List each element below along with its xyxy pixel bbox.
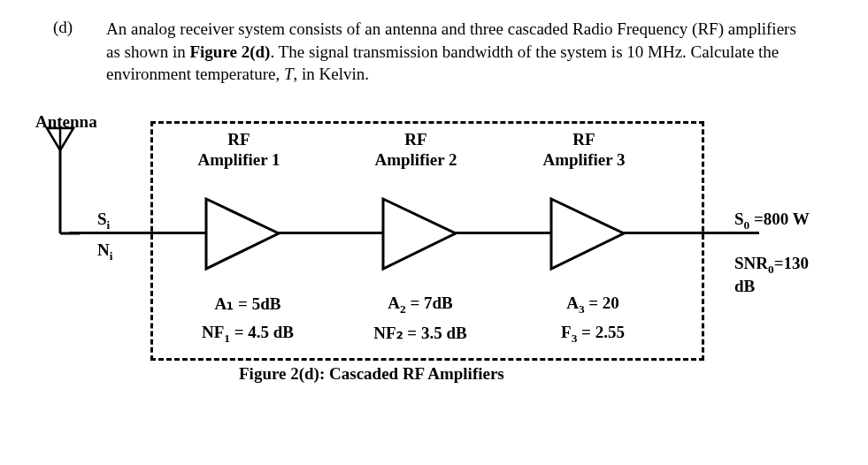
a2-sub: 2 [400, 302, 406, 316]
amp3-title-group: RF Amplifier 3 [513, 130, 655, 171]
svg-marker-4 [206, 199, 279, 269]
figure-caption: Figure 2(d): Cascaded RF Amplifiers [239, 364, 504, 384]
q-text-end: , in Kelvin. [294, 65, 370, 83]
question-text: An analog receiver system consists of an… [106, 18, 833, 86]
snr-sub: 0 [768, 263, 774, 276]
param-a1: A₁ = 5dB [168, 293, 327, 314]
amp1-line1: RF [168, 130, 310, 150]
param-a3: A3 = 20 [513, 293, 672, 316]
amp2-line2: Amplifier 2 [345, 150, 487, 171]
q-T: T [284, 65, 294, 83]
amp3-line2: Amplifier 3 [513, 150, 655, 171]
a3-post: = 20 [585, 293, 619, 312]
antenna-icon [44, 126, 80, 236]
output-signal-label: S0 =800 W [734, 210, 810, 232]
svg-marker-5 [383, 199, 456, 269]
so-pre: S [734, 210, 744, 228]
param-nf1: NF1 = 4.5 dB [168, 323, 327, 346]
input-signal-label: Si [97, 210, 110, 232]
param-nf2: NF₂ = 3.5 dB [341, 323, 500, 343]
nf1-pre: NF [202, 323, 224, 341]
nf1-post: = 4.5 dB [230, 323, 294, 341]
output-snr-label: SNR0=130 dB [734, 254, 832, 296]
svg-marker-6 [551, 199, 624, 269]
amp3-triangle-icon [549, 196, 628, 271]
nf1-sub: 1 [224, 332, 230, 345]
amp2-triangle-icon [380, 196, 460, 271]
Ni-sub: i [110, 249, 113, 263]
f3-post: = 2.55 [577, 323, 625, 341]
amp2-title-group: RF Amplifier 2 [345, 130, 487, 171]
so-post: =800 W [749, 210, 809, 228]
param-a2: A2 = 7dB [341, 293, 500, 316]
question-label: (d) [35, 18, 106, 37]
amp1-title-group: RF Amplifier 1 [168, 130, 310, 171]
f3-pre: F [561, 323, 572, 341]
amp1-triangle-icon [204, 196, 283, 271]
amp3-line1: RF [513, 130, 655, 150]
a3-sub: 3 [579, 302, 585, 316]
question-block: (d) An analog receiver system consists o… [35, 18, 833, 86]
a2-pre: A [388, 293, 400, 312]
input-noise-label: Ni [97, 240, 112, 263]
Si-sub: i [107, 218, 111, 232]
Ni-base: N [97, 240, 110, 259]
param-f3: F3 = 2.55 [513, 323, 672, 346]
a2-post: = 7dB [406, 293, 453, 312]
figure-2d: Antenna Si Ni RF Amplifier 1 RF Amplifie… [35, 112, 832, 395]
amp2-line1: RF [345, 130, 487, 150]
snr-pre: SNR [734, 254, 768, 272]
a3-pre: A [566, 293, 579, 312]
amp1-line2: Amplifier 1 [168, 150, 310, 171]
q-figure-ref: Figure 2(d) [189, 42, 270, 61]
Si-base: S [97, 210, 107, 228]
